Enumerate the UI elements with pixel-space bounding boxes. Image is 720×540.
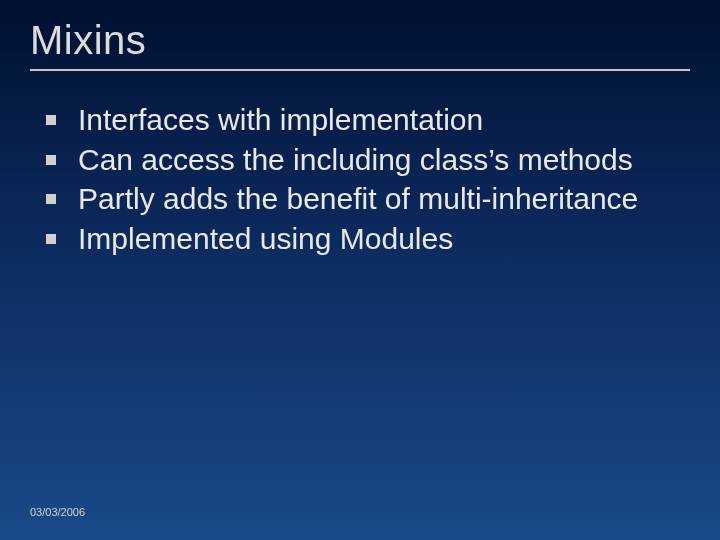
- bullet-text: Can access the including class’s methods: [78, 141, 670, 179]
- footer-date: 03/03/2006: [30, 506, 85, 518]
- bullet-icon: [46, 194, 56, 204]
- list-item: Can access the including class’s methods: [38, 141, 670, 179]
- bullet-icon: [46, 115, 56, 125]
- bullet-text: Partly adds the benefit of multi-inherit…: [78, 180, 670, 218]
- slide-title: Mixins: [30, 18, 690, 71]
- list-item: Implemented using Modules: [38, 220, 670, 258]
- slide-content: Interfaces with implementation Can acces…: [30, 101, 690, 257]
- bullet-icon: [46, 155, 56, 165]
- list-item: Interfaces with implementation: [38, 101, 670, 139]
- bullet-icon: [46, 234, 56, 244]
- slide: Mixins Interfaces with implementation Ca…: [0, 0, 720, 540]
- bullet-text: Implemented using Modules: [78, 220, 670, 258]
- bullet-text: Interfaces with implementation: [78, 101, 670, 139]
- list-item: Partly adds the benefit of multi-inherit…: [38, 180, 670, 218]
